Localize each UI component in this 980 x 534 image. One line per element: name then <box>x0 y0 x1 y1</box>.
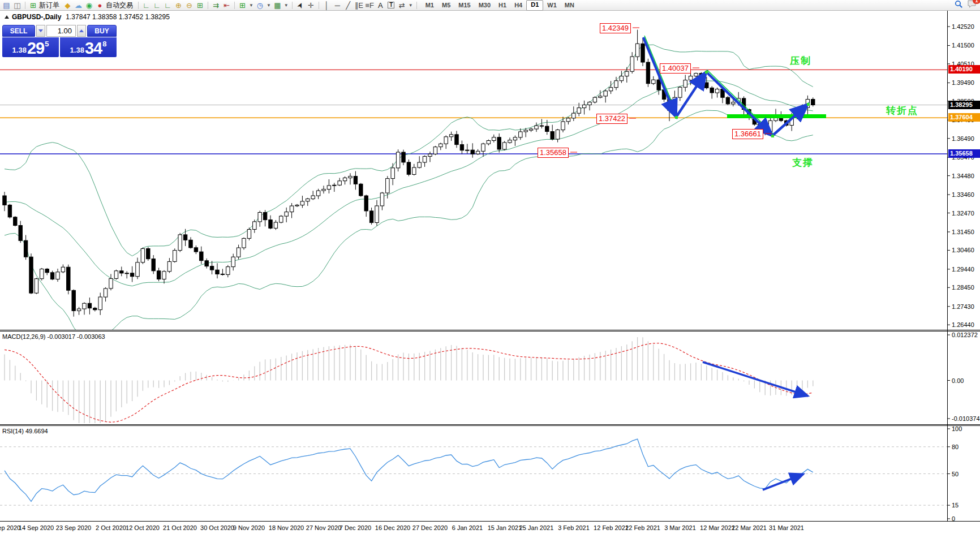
arrows-icon[interactable]: ⇄ <box>397 1 407 10</box>
text-icon[interactable]: A <box>375 1 386 10</box>
radio-icon[interactable]: ◉ <box>84 1 94 10</box>
price-tick: 1.31450 <box>952 229 974 235</box>
buy-price-panel[interactable]: 1.38 34 8 <box>60 37 117 57</box>
timeframe-W1[interactable]: W1 <box>543 1 561 10</box>
crosshair-icon[interactable]: ✛ <box>306 1 316 10</box>
period-icon[interactable]: ◷ <box>255 1 265 10</box>
rsi-tick: 15 <box>952 502 958 509</box>
price-annotation-box[interactable]: 1.35658 <box>538 148 569 158</box>
support-label: 支撑 <box>792 156 814 169</box>
cursor-icon[interactable]: ➤ <box>295 1 306 10</box>
spinner-down-icon <box>38 29 43 32</box>
date-tick: 16 Dec 2020 <box>375 524 410 531</box>
sell-button[interactable]: SELL <box>2 25 35 37</box>
price-tick: 1.34480 <box>952 173 974 179</box>
zoom-out-icon[interactable]: ⊖ <box>184 1 195 10</box>
macd-tick: 0.00 <box>952 377 964 384</box>
date-tick: 30 Oct 2020 <box>200 524 234 531</box>
autotrade-icon-label[interactable]: 自动交易 <box>106 1 133 10</box>
bar-chart-icon[interactable]: ∟ <box>141 1 152 10</box>
date-tick: 12 Mar 2021 <box>700 524 735 531</box>
macd-label: MACD(12,26,9) -0.003017 -0.003063 <box>2 333 105 340</box>
price-tick: 1.39490 <box>952 79 974 86</box>
timeframe-H4[interactable]: H4 <box>510 1 526 10</box>
timeframe-M1[interactable]: M1 <box>422 1 438 10</box>
zoom-in-icon[interactable]: ⊕ <box>173 1 184 10</box>
price-annotation-box[interactable]: 1.40037 <box>660 63 691 74</box>
dropdown-caret-icon[interactable]: ▼ <box>284 3 289 8</box>
macd-tick: 0.012372 <box>952 331 978 338</box>
price-tick: 1.27430 <box>952 303 974 310</box>
line-chart-icon[interactable]: ∟ <box>162 1 173 10</box>
timeframe-MN[interactable]: MN <box>561 1 578 10</box>
candle-chart-icon[interactable]: ∟ <box>152 1 162 10</box>
volume-decrease-button[interactable] <box>36 25 45 37</box>
chart-canvas[interactable] <box>0 0 980 534</box>
new-order-icon-label[interactable]: 新订单 <box>39 1 59 10</box>
fibo-icon[interactable]: ≡F <box>364 1 375 10</box>
hline-icon[interactable]: ─ <box>332 1 343 10</box>
date-tick: 3 Feb 2021 <box>558 524 590 531</box>
tile-windows-icon[interactable]: ⊞ <box>195 1 205 10</box>
sell-price-big: 29 <box>27 41 44 56</box>
publish-icon[interactable]: ☁ <box>73 1 84 10</box>
date-tick: 25 Jan 2021 <box>519 524 554 531</box>
date-tick: 3 Mar 2021 <box>664 524 696 531</box>
autotrade-icon[interactable]: ● <box>94 1 105 10</box>
collapse-arrow-icon[interactable] <box>5 15 9 19</box>
window-icon[interactable]: ▤ <box>1 1 12 10</box>
price-tick: 1.32470 <box>952 210 974 217</box>
date-tick: 21 Oct 2020 <box>163 524 197 531</box>
channel-icon[interactable]: ∥E <box>354 1 364 10</box>
chart-shift-icon[interactable]: ⇤ <box>221 1 232 10</box>
date-tick: 27 Nov 2020 <box>306 524 341 531</box>
timeframe-M5[interactable]: M5 <box>438 1 454 10</box>
date-tick: 27 Dec 2020 <box>412 524 448 531</box>
date-tick: 15 Jan 2021 <box>488 524 522 531</box>
sell-price-panel[interactable]: 1.38 29 5 <box>2 37 59 57</box>
trendline-icon[interactable]: ╱ <box>343 1 354 10</box>
dropdown-caret-icon[interactable]: ▼ <box>249 3 253 8</box>
timeframe-D1[interactable]: D1 <box>526 0 543 11</box>
price-annotation-box[interactable]: 1.36661 <box>732 129 763 139</box>
date-tick: 18 Nov 2020 <box>269 524 304 531</box>
volume-input[interactable]: 1.00 <box>46 25 76 37</box>
date-tick: 31 Mar 2021 <box>769 524 804 531</box>
text-label-icon[interactable]: T <box>386 1 397 10</box>
date-tick: 9 Nov 2020 <box>233 524 265 531</box>
date-tick: 6 Jan 2021 <box>452 524 483 531</box>
symbol-ohlc: 1.37847 1.38358 1.37452 1.38295 <box>66 13 170 21</box>
price-annotation-box[interactable]: 1.42349 <box>600 23 631 33</box>
vline-icon[interactable]: │ <box>321 1 332 10</box>
dropdown-caret-icon[interactable]: ▼ <box>409 3 413 8</box>
price-tick: 1.36490 <box>952 135 974 142</box>
search-icon[interactable] <box>955 0 963 11</box>
rsi-tick: 50 <box>952 471 958 477</box>
timeframe-H1[interactable]: H1 <box>495 1 510 10</box>
template-icon[interactable]: ▦ <box>272 1 283 10</box>
price-annotation-box[interactable]: 1.37422 <box>596 114 627 124</box>
price-tick: 1.30460 <box>952 247 974 253</box>
pivot-label: 转折点 <box>886 104 918 117</box>
toolbar-separator <box>292 2 293 9</box>
timeframe-M30[interactable]: M30 <box>475 1 495 10</box>
date-tick: 7 Dec 2020 <box>339 524 371 531</box>
rsi-tick: 80 <box>952 443 958 450</box>
dropdown-caret-icon[interactable]: ▼ <box>267 3 271 8</box>
chart-preview-icon[interactable]: ◫ <box>12 1 23 10</box>
auto-scroll-icon[interactable]: ⇉ <box>210 1 221 10</box>
styler-icon[interactable]: ◆ <box>62 1 73 10</box>
volume-increase-button[interactable] <box>77 25 86 37</box>
timeframe-M15[interactable]: M15 <box>454 1 474 10</box>
new-chart-icon[interactable]: ⊞ <box>237 1 248 10</box>
new-order-icon[interactable]: ⊞ <box>28 1 38 10</box>
chat-icon[interactable]: 1 <box>968 0 977 10</box>
sell-price-prefix: 1.38 <box>12 46 27 54</box>
buy-price-big: 34 <box>85 41 102 56</box>
buy-button[interactable]: BUY <box>87 25 117 37</box>
date-tick: 12 Feb 2021 <box>594 524 629 531</box>
notification-badge: 1 <box>973 0 980 4</box>
timeframe-bar: M1M5M15M30H1H4D1W1MN <box>422 0 578 11</box>
symbol-line: GBPUSD-,Daily 1.37847 1.38358 1.37452 1.… <box>5 13 170 21</box>
price-badge-current: 1.38295 <box>948 101 980 109</box>
